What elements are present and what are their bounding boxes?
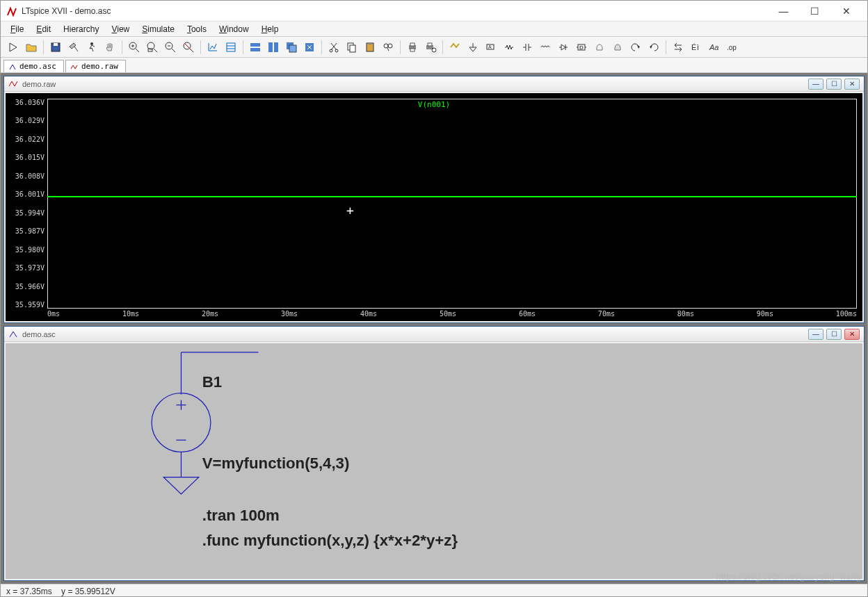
hammer-icon[interactable] <box>65 39 82 56</box>
svg-rect-40 <box>410 43 415 46</box>
move-icon[interactable] <box>591 39 608 56</box>
tab-demo-raw[interactable]: demo.raw <box>65 60 126 72</box>
maximize-button[interactable]: ☐ <box>799 1 830 21</box>
zoom-fit-icon[interactable] <box>162 39 179 56</box>
wire-icon[interactable] <box>447 39 463 56</box>
print-icon[interactable] <box>404 39 421 56</box>
zoom-out-icon[interactable] <box>144 39 161 56</box>
resistor-icon[interactable] <box>501 39 517 56</box>
cursor-crosshair: + <box>346 203 354 218</box>
close-win-icon[interactable] <box>301 39 318 56</box>
schematic-canvas[interactable]: B1 V=myfunction(5,4,3) .tran 100m .func … <box>6 343 862 579</box>
svg-rect-18 <box>227 43 235 51</box>
run-icon[interactable] <box>5 39 22 56</box>
save-icon[interactable] <box>47 39 64 56</box>
spice-func-directive[interactable]: .func myfunction(x,y,z) {x*x+2*y+z} <box>202 532 458 549</box>
statusbar: x = 37.35ms y = 35.99512V <box>1 584 867 597</box>
x-axis: 0ms 10ms 20ms 30ms 40ms 50ms 60ms 70ms 8… <box>47 310 857 321</box>
svg-point-44 <box>432 48 436 52</box>
svg-marker-54 <box>561 44 565 50</box>
open-icon[interactable] <box>23 39 40 56</box>
menu-file[interactable]: File <box>5 23 29 35</box>
menu-edit[interactable]: Edit <box>31 23 56 35</box>
svg-rect-41 <box>410 49 415 51</box>
inductor-icon[interactable] <box>537 39 554 56</box>
autorange-icon[interactable] <box>204 39 221 56</box>
component-icon[interactable]: D <box>573 39 590 56</box>
drag-icon[interactable] <box>609 39 626 56</box>
svg-point-36 <box>384 44 388 48</box>
sub-close-button[interactable]: ✕ <box>844 79 860 90</box>
svg-rect-33 <box>350 45 355 52</box>
mdi-workspace: demo.raw — ☐ ✕ 36.036V 36.029V 36.022V 3… <box>1 73 867 584</box>
spice-directive-icon[interactable]: .op <box>724 39 741 56</box>
schematic-icon <box>8 329 18 339</box>
rotate-icon[interactable] <box>670 39 686 56</box>
svg-text:Aa: Aa <box>709 43 718 51</box>
subwindow-title: demo.asc <box>22 330 804 338</box>
waveform-icon <box>8 79 18 89</box>
cascade-icon[interactable] <box>283 39 300 56</box>
find-icon[interactable] <box>380 39 396 56</box>
sub-close-button[interactable]: ✕ <box>844 329 860 340</box>
zoom-reset-icon[interactable] <box>180 39 197 56</box>
svg-rect-22 <box>250 48 260 51</box>
zoom-in-icon[interactable] <box>126 39 143 56</box>
menu-help[interactable]: Help <box>256 23 284 35</box>
svg-text:.op: .op <box>727 44 737 51</box>
hand-pan-icon[interactable] <box>102 39 118 56</box>
svg-rect-21 <box>250 43 260 47</box>
paste-icon[interactable] <box>362 39 378 56</box>
component-name[interactable]: B1 <box>202 373 222 391</box>
subwindow-raw: demo.raw — ☐ ✕ 36.036V 36.029V 36.022V 3… <box>3 76 865 323</box>
minimize-button[interactable]: — <box>768 1 799 21</box>
runner-icon[interactable] <box>83 39 100 56</box>
spice-tran-directive[interactable]: .tran 100m <box>202 507 280 524</box>
menu-view[interactable]: View <box>106 23 135 35</box>
waveform-plot[interactable]: 36.036V 36.029V 36.022V 36.015V 36.008V … <box>6 93 862 321</box>
copy-icon[interactable] <box>344 39 360 56</box>
svg-marker-74 <box>163 477 198 494</box>
sub-minimize-button[interactable]: — <box>808 329 823 340</box>
status-x: x = 37.35ms <box>6 587 52 596</box>
undo-icon[interactable] <box>627 39 644 56</box>
menu-simulate[interactable]: Simulate <box>136 23 180 35</box>
tab-label: demo.asc <box>19 62 56 71</box>
trace-label[interactable]: V(n001) <box>418 100 450 109</box>
schematic-icon <box>8 63 17 71</box>
svg-rect-23 <box>268 42 273 52</box>
label-icon[interactable]: A <box>483 39 499 56</box>
window-title: LTspice XVII - demo.asc <box>22 6 768 16</box>
menu-tools[interactable]: Tools <box>182 23 212 35</box>
diode-icon[interactable] <box>555 39 572 56</box>
subwindow-asc: demo.asc — ☐ ✕ B1 V=m <box>3 326 865 581</box>
app-icon <box>6 6 17 17</box>
menu-window[interactable]: Window <box>214 23 255 35</box>
svg-rect-35 <box>368 42 372 44</box>
svg-text:D: D <box>579 44 584 51</box>
close-button[interactable]: ✕ <box>830 1 862 21</box>
tile-vert-icon[interactable] <box>265 39 282 56</box>
ground-icon[interactable] <box>465 39 481 56</box>
sub-maximize-button[interactable]: ☐ <box>826 79 842 90</box>
sub-minimize-button[interactable]: — <box>808 79 823 90</box>
mirror-icon[interactable]: Éì <box>688 39 705 56</box>
settings-icon[interactable] <box>223 39 239 56</box>
text-icon[interactable]: Aa <box>706 39 723 56</box>
print-setup-icon[interactable] <box>422 39 439 56</box>
sub-maximize-button[interactable]: ☐ <box>826 329 842 340</box>
svg-point-4 <box>90 42 93 45</box>
svg-text:É: É <box>691 43 696 51</box>
tile-horz-icon[interactable] <box>247 39 264 56</box>
svg-point-37 <box>388 44 392 48</box>
svg-line-6 <box>136 49 139 52</box>
trace-line <box>47 196 857 197</box>
capacitor-icon[interactable] <box>519 39 536 56</box>
cut-icon[interactable] <box>326 39 342 56</box>
menu-hierarchy[interactable]: Hierarchy <box>58 23 104 35</box>
svg-line-10 <box>154 49 157 52</box>
tab-demo-asc[interactable]: demo.asc <box>3 60 64 72</box>
redo-icon[interactable] <box>645 39 662 56</box>
document-tabs: demo.asc demo.raw <box>1 58 867 73</box>
component-value[interactable]: V=myfunction(5,4,3) <box>202 455 350 472</box>
